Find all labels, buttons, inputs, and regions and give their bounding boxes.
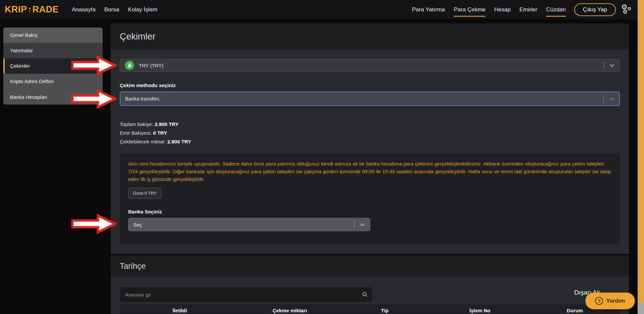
column-tip: Tip [340, 308, 430, 313]
total-balance-value: 2.900 TRY [155, 121, 178, 127]
bank-select[interactable]: Seç [128, 218, 370, 231]
total-balance-row: Toplam bakiye: 2.900 TRY [120, 121, 191, 127]
withdrawable-row: Çekilebilecek miktar: 2.900 TRY [120, 139, 191, 144]
logo-text-left: KRIP [5, 4, 27, 15]
history-title: Tarihçe [120, 261, 146, 271]
help-button[interactable]: ? Yardım [585, 293, 635, 309]
currency-select-value: TRY (TRY) [139, 63, 163, 68]
method-select-value: Banka transferi. [125, 96, 160, 102]
chevron-down-icon [609, 64, 614, 67]
annotation-arrow-currency [71, 55, 117, 76]
try-coin-icon: ₺ [125, 61, 134, 70]
select-divider [604, 62, 604, 69]
nav-item-cuzdan[interactable]: Cüzdan [542, 0, 570, 19]
top-navbar: KRIP ↑ RADE Anasayfa Borsa Kolay İşlem P… [0, 0, 644, 19]
withdraw-notice-text: Alıcı ismi hesabınızın ismiyle uyuşmalıd… [128, 160, 611, 183]
column-iletildi: İletildi [120, 308, 240, 313]
sidebar-item-genel-bakis[interactable]: Genel Bakış [3, 27, 103, 43]
total-balance-label: Toplam bakiye: [120, 121, 155, 127]
withdraw-method-select[interactable]: Banka transferi. [120, 91, 620, 106]
history-section: Tarihçe Dışarı Ak İletildi Çekme miktarı… [111, 255, 629, 314]
withdrawals-header: Çekimler [111, 23, 629, 50]
nav-item-emirler[interactable]: Emirler [515, 0, 542, 19]
nav-item-para-yatirma[interactable]: Para Yatırma [408, 0, 449, 19]
chevron-down-icon [609, 98, 614, 101]
nav-item-borsa[interactable]: Borsa [100, 0, 123, 19]
chevron-down-icon [360, 223, 365, 227]
history-search [120, 287, 372, 302]
withdrawable-label: Çekilebilecek miktar: [120, 139, 167, 144]
page-title: Çekimler [120, 32, 156, 42]
order-balance-row: Emir Bakiyesi: 0 TRY [120, 130, 191, 136]
select-divider [603, 95, 604, 103]
history-header: Tarihçe [111, 255, 629, 277]
logo-text-right: RADE [33, 4, 59, 15]
help-button-label: Yardım [606, 298, 625, 304]
scrollbar-thumb[interactable] [638, 0, 644, 303]
kriptrade-logo[interactable]: KRIP ↑ RADE [5, 4, 59, 15]
history-table-header: İletildi Çekme miktarı Tip İşlem No Duru… [120, 304, 620, 314]
column-islem-no: İşlem No [430, 308, 530, 313]
bank-transfer-panel: Alıcı ismi hesabınızın ismiyle uyuşmalıd… [120, 153, 620, 244]
logo-up-arrow-icon: ↑ [28, 4, 32, 15]
page-scrollbar[interactable] [638, 0, 644, 314]
search-icon[interactable] [362, 292, 368, 297]
sidebar-item-kripto-adres-defteri[interactable]: Kripto Adres Defteri [3, 74, 103, 89]
column-cekme-miktari: Çekme miktarı [240, 308, 340, 313]
nav-right-group: Para Yatırma Para Çekme Hesap Emirler Cü… [408, 0, 644, 19]
gears-icon[interactable]: ⚙ ⚙ ⚙ [621, 3, 634, 16]
nav-left-group: Anasayfa Borsa Kolay İşlem [67, 0, 162, 19]
withdrawable-value: 2.900 TRY [167, 139, 191, 144]
nav-item-kolay-islem[interactable]: Kolay İşlem [123, 0, 162, 19]
search-input[interactable] [120, 292, 362, 298]
order-balance-value: 0 TRY [153, 130, 167, 136]
method-label: Çekim methodu seçiniz [120, 82, 176, 88]
currency-select[interactable]: ₺ TRY (TRY) [120, 59, 620, 72]
gear-icon: ⚙ [623, 9, 628, 15]
annotation-arrow-method [71, 88, 117, 109]
question-mark-icon: ? [595, 297, 603, 305]
annotation-arrow-bank [71, 213, 117, 234]
nav-item-anasayfa[interactable]: Anasayfa [67, 0, 100, 19]
bank-select-label: Banka Seçiniz [128, 209, 611, 214]
fee-badge: Ücret 0 TRY [128, 188, 161, 199]
select-divider [354, 221, 355, 229]
logout-button[interactable]: Çıkış Yap [574, 3, 616, 16]
nav-item-para-cekme[interactable]: Para Çekme [449, 0, 490, 19]
gear-icon: ⚙ [627, 6, 632, 11]
withdrawals-section: Çekimler ₺ TRY (TRY) Çekim methodu seçin… [111, 23, 629, 254]
nav-item-hesap[interactable]: Hesap [490, 0, 515, 19]
balance-summary: Toplam bakiye: 2.900 TRY Emir Bakiyesi: … [120, 121, 191, 147]
order-balance-label: Emir Bakiyesi: [120, 130, 153, 136]
bank-select-value: Seç [133, 222, 142, 228]
